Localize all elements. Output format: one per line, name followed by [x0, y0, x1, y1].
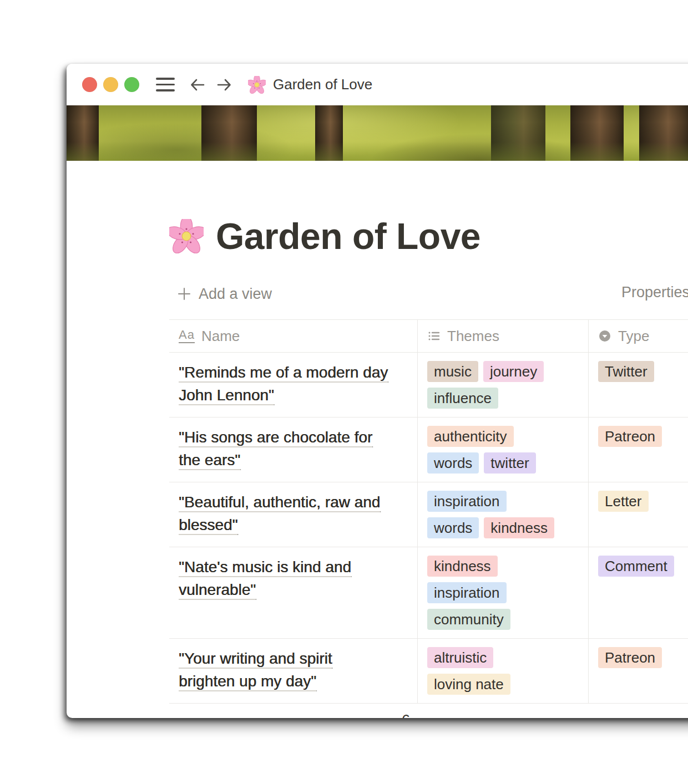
menu-icon[interactable]: [156, 78, 175, 91]
theme-tag[interactable]: loving nate: [427, 674, 510, 695]
forward-arrow-icon[interactable]: [215, 75, 234, 94]
theme-tag[interactable]: community: [427, 609, 510, 630]
themes-cell: inspiration words kindness: [418, 482, 589, 547]
titlebar: Garden of Love: [67, 64, 688, 105]
type-cell: Patreon: [589, 418, 688, 482]
name-cell: "Reminds me of a modern day John Lennon": [169, 353, 418, 417]
flower-emoji-icon: [248, 76, 266, 94]
themes-cell: altruistic loving nate: [418, 639, 589, 703]
column-header-name[interactable]: Aa Name: [169, 320, 418, 352]
row-title-link[interactable]: "Beautiful, authentic, raw and blessed": [179, 491, 391, 536]
table-row: "His songs are chocolate for the ears" a…: [169, 418, 688, 482]
cover-image[interactable]: [67, 105, 688, 161]
view-toolbar: Add a view Properties: [169, 278, 688, 309]
name-cell: "Your writing and spirit brighten up my …: [169, 639, 418, 703]
type-tag[interactable]: Patreon: [598, 426, 662, 447]
row-title-link[interactable]: "His songs are chocolate for the ears": [179, 426, 391, 471]
row-title-link[interactable]: "Reminds me of a modern day John Lennon": [179, 361, 391, 406]
theme-tag[interactable]: authenticity: [427, 426, 514, 447]
plus-icon: [177, 287, 191, 301]
multiselect-list-icon: [427, 329, 441, 343]
count-value: 6: [402, 712, 410, 719]
themes-cell: kindness inspiration community: [418, 547, 589, 638]
type-tag[interactable]: Patreon: [598, 647, 662, 668]
theme-tag[interactable]: kindness: [427, 556, 498, 577]
close-button[interactable]: [82, 77, 97, 92]
page-flower-emoji-icon[interactable]: [169, 219, 204, 253]
select-property-icon: [598, 329, 611, 343]
properties-button[interactable]: Properties: [621, 284, 688, 301]
table-row: "Reminds me of a modern day John Lennon"…: [169, 353, 688, 418]
page-title-row: Garden of Love: [169, 210, 688, 263]
theme-tag[interactable]: words: [427, 517, 479, 538]
name-cell: "Nate's music is kind and vulnerable": [169, 547, 418, 638]
add-view-label: Add a view: [199, 286, 272, 303]
back-arrow-icon[interactable]: [188, 75, 207, 94]
themes-cell: authenticity words twitter: [418, 418, 589, 482]
type-tag[interactable]: Twitter: [598, 361, 654, 382]
theme-tag[interactable]: inspiration: [427, 491, 507, 512]
column-header-themes[interactable]: Themes: [418, 320, 589, 352]
type-cell: Twitter: [589, 353, 688, 417]
count-label: COUNT: [356, 717, 396, 719]
type-cell: Letter: [589, 482, 688, 547]
theme-tag[interactable]: twitter: [484, 452, 535, 474]
page-title[interactable]: Garden of Love: [216, 215, 480, 257]
type-cell: Comment: [589, 547, 688, 638]
row-title-link[interactable]: "Nate's music is kind and vulnerable": [179, 556, 391, 601]
themes-cell: music journey influence: [418, 353, 589, 417]
column-label: Themes: [447, 328, 499, 345]
count-aggregation[interactable]: COUNT 6: [169, 712, 418, 719]
column-header-type[interactable]: Type: [589, 320, 688, 352]
page-body: Garden of Love Add a view Properties Aa …: [67, 210, 688, 718]
name-cell: "Beautiful, authentic, raw and blessed": [169, 482, 418, 547]
type-tag[interactable]: Comment: [598, 556, 674, 577]
theme-tag[interactable]: journey: [483, 361, 544, 382]
theme-tag[interactable]: music: [427, 361, 478, 382]
minimize-button[interactable]: [103, 77, 118, 92]
add-view-button[interactable]: Add a view: [169, 286, 272, 303]
row-title-link[interactable]: "Your writing and spirit brighten up my …: [179, 647, 391, 693]
theme-tag[interactable]: kindness: [484, 517, 554, 538]
column-label: Name: [201, 328, 240, 345]
traffic-lights: [82, 77, 139, 92]
title-property-icon: Aa: [179, 329, 195, 343]
table-row: "Your writing and spirit brighten up my …: [169, 639, 688, 704]
theme-tag[interactable]: words: [427, 452, 479, 474]
app-window: Garden of Love Garden of Love Add a view…: [67, 64, 688, 718]
table-row: "Beautiful, authentic, raw and blessed" …: [169, 482, 688, 547]
window-title: Garden of Love: [273, 76, 372, 93]
table-row: "Nate's music is kind and vulnerable" ki…: [169, 547, 688, 639]
column-label: Type: [618, 328, 649, 345]
theme-tag[interactable]: altruistic: [427, 647, 493, 668]
name-cell: "His songs are chocolate for the ears": [169, 418, 418, 482]
theme-tag[interactable]: influence: [427, 388, 498, 409]
zoom-button[interactable]: [124, 77, 139, 92]
table-header: Aa Name Themes Type: [169, 320, 688, 353]
table-footer: COUNT 6: [169, 704, 688, 718]
type-tag[interactable]: Letter: [598, 491, 649, 512]
theme-tag[interactable]: inspiration: [427, 582, 507, 603]
database-table: Aa Name Themes Type: [169, 319, 688, 718]
type-cell: Patreon: [589, 639, 688, 703]
